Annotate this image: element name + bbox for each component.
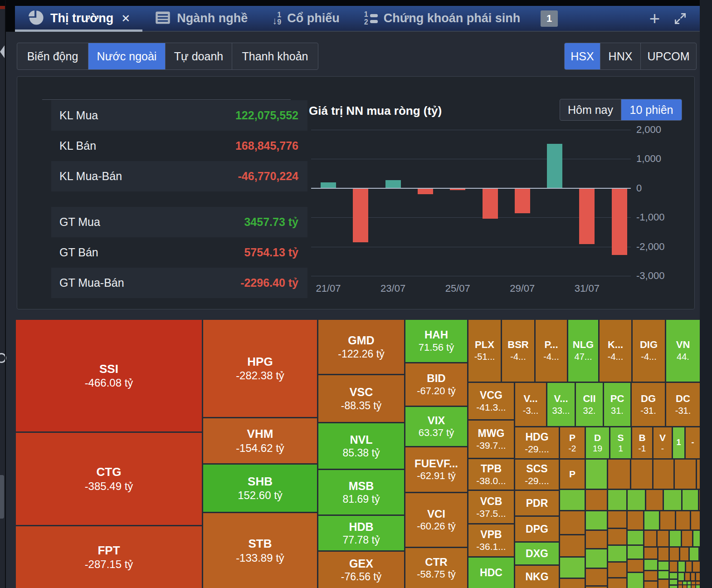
treemap-cell-small[interactable] bbox=[586, 549, 607, 568]
treemap-cell-1[interactable]: 1 bbox=[673, 427, 684, 458]
treemap-cell-hpg[interactable]: HPG-282.38 tỷ bbox=[203, 320, 317, 417]
treemap-cell-hdc[interactable]: HDC bbox=[468, 558, 514, 588]
treemap-cell-ctg[interactable]: CTG-385.49 tỷ bbox=[16, 433, 202, 525]
treemap-cell-small[interactable] bbox=[644, 511, 659, 529]
treemap-cell-small[interactable] bbox=[608, 460, 630, 489]
treemap-cell-small[interactable] bbox=[691, 573, 695, 580]
treemap-cell-small[interactable] bbox=[628, 573, 643, 588]
treemap-cell-small[interactable] bbox=[628, 511, 643, 529]
treemap-cell-small[interactable] bbox=[560, 535, 585, 556]
treemap-cell-small[interactable] bbox=[670, 573, 677, 578]
treemap-cell-small[interactable] bbox=[688, 585, 691, 588]
plus-icon[interactable]: + bbox=[649, 10, 660, 28]
treemap-cell-small[interactable] bbox=[697, 460, 700, 489]
treemap-cell-small[interactable] bbox=[586, 460, 607, 489]
treemap-cell-small[interactable] bbox=[696, 573, 700, 580]
left-edge-handle[interactable] bbox=[0, 475, 4, 519]
treemap-cell-small[interactable] bbox=[586, 490, 607, 510]
view-button-tu-doanh[interactable]: Tự doanh bbox=[166, 43, 232, 69]
treemap-cell-small[interactable] bbox=[678, 573, 684, 580]
treemap-cell-small[interactable] bbox=[696, 585, 700, 588]
treemap-cell-small[interactable] bbox=[644, 571, 657, 580]
tab-co-phieu[interactable]: ↓19Cổ phiếu bbox=[260, 6, 351, 31]
treemap-cell-small[interactable] bbox=[608, 563, 626, 577]
treemap-cell-small[interactable] bbox=[586, 569, 607, 585]
treemap-cell-ctr[interactable]: CTR-58.75 tỷ bbox=[405, 548, 467, 588]
treemap-cell-small[interactable] bbox=[608, 529, 626, 544]
treemap-cell-small[interactable] bbox=[680, 548, 688, 560]
treemap-cell-plx[interactable]: PLX-51... bbox=[468, 320, 501, 382]
treemap-cell-p[interactable]: P...-4... bbox=[536, 320, 567, 382]
treemap-cell-small[interactable] bbox=[670, 580, 677, 584]
bar-24-07[interactable] bbox=[418, 188, 433, 194]
expand-icon[interactable] bbox=[673, 11, 688, 26]
treemap-cell-small[interactable] bbox=[670, 562, 677, 572]
treemap-cell-dxg[interactable]: DXG bbox=[515, 543, 559, 564]
treemap-cell-[interactable]: - bbox=[686, 427, 700, 458]
treemap-cell-small[interactable] bbox=[560, 579, 585, 588]
treemap-cell-small[interactable] bbox=[644, 560, 657, 570]
treemap-cell-d[interactable]: D19 bbox=[586, 427, 609, 458]
treemap-cell-small[interactable] bbox=[586, 511, 607, 529]
treemap-cell-small[interactable] bbox=[686, 562, 692, 572]
view-button-thanh-khoan[interactable]: Thanh khoản bbox=[232, 43, 318, 69]
treemap-cell-small[interactable] bbox=[586, 531, 607, 548]
treemap-cell-small[interactable] bbox=[658, 571, 668, 578]
treemap-cell-small[interactable] bbox=[696, 582, 700, 584]
treemap-cell-hdg[interactable]: HDG-29.... bbox=[515, 427, 559, 458]
treemap-cell-bid[interactable]: BID-67.20 tỷ bbox=[405, 363, 467, 406]
treemap-cell-small[interactable] bbox=[670, 548, 679, 560]
treemap-cell-k[interactable]: K...-4... bbox=[600, 320, 631, 382]
treemap-cell-small[interactable] bbox=[670, 531, 681, 546]
treemap-cell-small[interactable] bbox=[678, 562, 685, 572]
treemap-cell-small[interactable] bbox=[628, 490, 645, 510]
treemap-cell-bsr[interactable]: BSR-4... bbox=[502, 320, 534, 382]
treemap-cell-vpb[interactable]: VPB-36.1... bbox=[468, 524, 514, 556]
treemap-cell-small[interactable] bbox=[644, 531, 656, 546]
treemap-cell-p[interactable]: P bbox=[560, 460, 585, 489]
treemap-cell-s[interactable]: S1 bbox=[610, 427, 631, 458]
treemap-cell-small[interactable] bbox=[608, 546, 626, 561]
treemap-cell-small[interactable] bbox=[678, 582, 682, 584]
treemap-cell-small[interactable] bbox=[644, 548, 657, 559]
treemap-cell-scs[interactable]: SCS-29.... bbox=[515, 460, 559, 490]
treemap-cell-small[interactable] bbox=[682, 531, 692, 546]
treemap-cell-dc[interactable]: DC-31. bbox=[666, 383, 700, 426]
treemap-cell-vn[interactable]: VN44. bbox=[666, 320, 700, 382]
treemap-cell-small[interactable] bbox=[670, 586, 677, 588]
period-button-10-phien[interactable]: 10 phiên bbox=[621, 99, 682, 120]
treemap-cell-vcg[interactable]: VCG-41.3... bbox=[468, 383, 514, 419]
treemap-cell-small[interactable] bbox=[691, 511, 700, 529]
treemap-cell-small[interactable] bbox=[608, 578, 626, 588]
treemap-cell-small[interactable] bbox=[628, 531, 643, 544]
treemap-cell-vcb[interactable]: VCB-37.5... bbox=[468, 491, 514, 523]
treemap-cell-small[interactable] bbox=[646, 490, 663, 510]
treemap-cell-small[interactable] bbox=[658, 548, 668, 560]
treemap-cell-cii[interactable]: CII32. bbox=[576, 383, 603, 426]
treemap-cell-small[interactable] bbox=[628, 546, 643, 559]
treemap-cell-small[interactable] bbox=[660, 511, 675, 529]
treemap-cell-hdb[interactable]: HDB77.78 tỷ bbox=[318, 516, 404, 550]
treemap-cell-msb[interactable]: MSB81.69 tỷ bbox=[318, 470, 404, 514]
treemap-cell-mwg[interactable]: MWG-39.7... bbox=[468, 421, 514, 458]
treemap-cell-small[interactable] bbox=[685, 573, 690, 580]
treemap-cell-small[interactable] bbox=[628, 560, 643, 572]
treemap-cell-vsc[interactable]: VSC-88.35 tỷ bbox=[318, 375, 404, 422]
treemap-cell-small[interactable] bbox=[658, 562, 668, 570]
treemap-cell-small[interactable] bbox=[658, 580, 668, 588]
treemap-cell-vci[interactable]: VCI-60.26 tỷ bbox=[405, 493, 467, 547]
tab-nganh-nghe[interactable]: Ngành nghề bbox=[142, 6, 260, 31]
treemap-cell-small[interactable] bbox=[688, 582, 691, 584]
treemap-cell-pdr[interactable]: PDR bbox=[515, 491, 559, 515]
treemap-cell-v[interactable]: V...-3... bbox=[515, 383, 546, 426]
bar-22-07[interactable] bbox=[353, 188, 368, 242]
treemap-cell-small[interactable] bbox=[699, 490, 700, 510]
treemap-cell-v[interactable]: V...33... bbox=[547, 383, 575, 426]
treemap-cell-small[interactable] bbox=[692, 582, 695, 584]
treemap-cell-nvl[interactable]: NVL85.38 tỷ bbox=[318, 423, 404, 469]
treemap-cell-small[interactable] bbox=[658, 531, 668, 546]
treemap-cell-small[interactable] bbox=[683, 490, 698, 510]
treemap-cell-vix[interactable]: VIX63.37 tỷ bbox=[405, 407, 467, 446]
treemap-cell-b[interactable]: B-1 bbox=[632, 427, 652, 458]
bar-01-08[interactable] bbox=[612, 188, 627, 255]
